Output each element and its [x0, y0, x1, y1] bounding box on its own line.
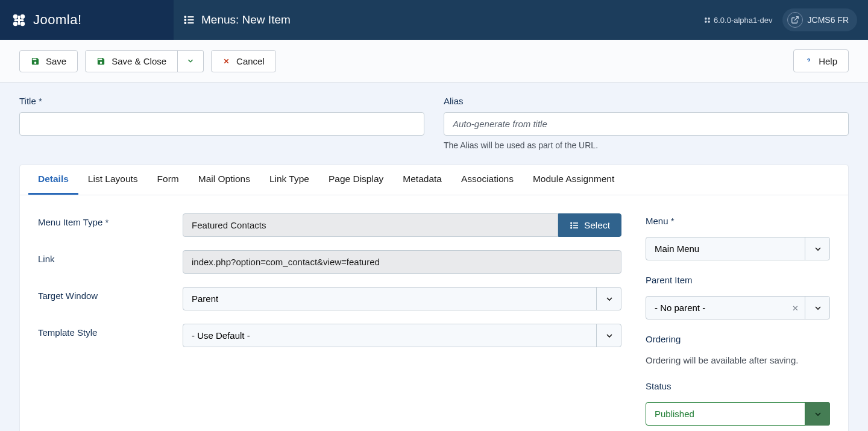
list-icon [183, 14, 195, 26]
menu-select[interactable] [646, 237, 830, 260]
target-window-label: Target Window [38, 291, 183, 301]
tab-associations[interactable]: Associations [451, 165, 523, 195]
menu-item-type-label: Menu Item Type * [38, 217, 183, 227]
cancel-button[interactable]: Cancel [211, 50, 276, 72]
tab-module-assignment[interactable]: Module Assignment [523, 165, 624, 195]
form-top: Title * Alias The Alias will be used as … [0, 83, 868, 155]
svg-point-1 [20, 14, 25, 19]
page-title-text: Menus: New Item [201, 13, 291, 27]
main-panel: Details List Layouts Form Mail Options L… [19, 165, 849, 431]
template-style-select[interactable] [183, 324, 621, 347]
svg-line-16 [794, 17, 797, 20]
select-type-button[interactable]: Select [558, 213, 621, 237]
tab-details[interactable]: Details [28, 165, 78, 195]
tab-page-display[interactable]: Page Display [319, 165, 393, 195]
svg-point-15 [708, 20, 710, 23]
save-close-button[interactable]: Save & Close [85, 50, 178, 72]
link-label: Link [38, 254, 183, 264]
page-title: Menus: New Item [174, 13, 291, 27]
help-icon [805, 55, 813, 66]
tab-link-type[interactable]: Link Type [260, 165, 319, 195]
tab-list-layouts[interactable]: List Layouts [78, 165, 148, 195]
svg-point-3 [20, 21, 25, 26]
svg-rect-5 [14, 19, 24, 20]
save-icon [31, 57, 40, 66]
app-header: Joomla! Menus: New Item 6.0.0-alpha1-dev [0, 0, 868, 40]
svg-point-13 [708, 17, 710, 20]
external-link-icon [787, 12, 803, 28]
joomla-small-icon [703, 16, 711, 24]
brand[interactable]: Joomla! [0, 0, 174, 40]
chevron-down-icon [186, 57, 195, 65]
version-label[interactable]: 6.0.0-alpha1-dev [703, 16, 773, 25]
tab-metadata[interactable]: Metadata [393, 165, 451, 195]
user-label: JCMS6 FR [808, 15, 849, 25]
alias-label: Alias [444, 96, 849, 106]
ordering-label: Ordering [646, 334, 830, 344]
svg-point-25 [571, 227, 572, 228]
save-button[interactable]: Save [19, 50, 78, 72]
status-select[interactable] [646, 402, 830, 426]
template-style-label: Template Style [38, 327, 183, 338]
tab-form[interactable]: Form [148, 165, 189, 195]
alias-help-text: The Alias will be used as part of the UR… [444, 140, 849, 150]
menu-label: Menu * [646, 216, 830, 226]
help-button[interactable]: Help [793, 49, 849, 72]
ordering-text: Ordering will be available after saving. [646, 355, 830, 365]
svg-point-23 [571, 222, 572, 224]
title-input[interactable] [19, 112, 424, 136]
brand-text: Joomla! [33, 12, 82, 28]
alias-input[interactable] [444, 112, 849, 136]
parent-item-select[interactable]: ✕ [646, 296, 830, 319]
list-icon [570, 221, 579, 230]
clear-icon[interactable]: ✕ [792, 303, 799, 312]
toolbar: Save Save & Close Cancel Help [0, 40, 868, 83]
joomla-logo-icon [11, 12, 27, 28]
tab-mail-options[interactable]: Mail Options [189, 165, 260, 195]
parent-item-label: Parent Item [646, 275, 830, 285]
target-window-select[interactable] [183, 287, 621, 310]
title-label: Title * [19, 96, 424, 106]
svg-point-12 [705, 17, 707, 20]
menu-item-type-value: Featured Contacts [183, 213, 558, 237]
svg-point-10 [184, 19, 186, 20]
svg-point-11 [184, 22, 186, 24]
close-icon [222, 57, 230, 65]
svg-point-24 [571, 225, 572, 226]
svg-point-2 [13, 21, 18, 26]
user-pill[interactable]: JCMS6 FR [782, 8, 857, 31]
status-label: Status [646, 381, 830, 391]
link-value: index.php?option=com_contact&view=featur… [183, 250, 621, 274]
tabs: Details List Layouts Form Mail Options L… [20, 165, 848, 195]
save-dropdown-button[interactable] [178, 50, 204, 72]
svg-point-9 [184, 16, 186, 17]
svg-point-14 [705, 20, 707, 23]
svg-point-0 [13, 14, 18, 19]
save-icon [96, 57, 105, 66]
